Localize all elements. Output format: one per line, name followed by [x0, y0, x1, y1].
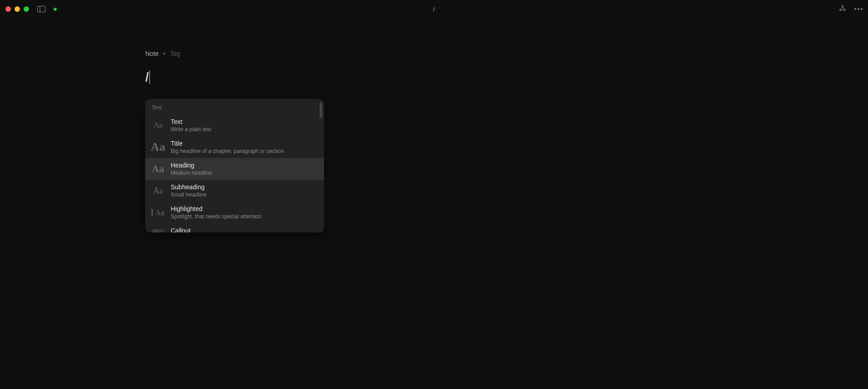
- slash-item-title[interactable]: AaTitleBig headline of a chapter, paragr…: [145, 136, 324, 158]
- slash-item-title: Subheading: [171, 183, 207, 191]
- text-style-icon: Aa: [152, 228, 164, 232]
- slash-menu-scroll[interactable]: Text AaTextWrite a plain textAaTitleBig …: [145, 99, 324, 232]
- slash-command-menu: Text AaTextWrite a plain textAaTitleBig …: [145, 99, 324, 232]
- note-title-text: /: [145, 70, 149, 84]
- svg-point-2: [842, 5, 843, 7]
- dot-icon: [858, 8, 859, 10]
- window-minimize-button[interactable]: [15, 6, 20, 12]
- window-close-button[interactable]: [5, 6, 11, 12]
- slash-item-text: CalloutBordered text with icon: [171, 227, 226, 232]
- breadcrumb: Note • Tag: [145, 50, 868, 57]
- dot-icon: [854, 8, 856, 10]
- svg-point-4: [844, 10, 846, 11]
- slash-item-description: Medium headline: [171, 170, 212, 176]
- text-style-icon: Aa: [152, 184, 164, 197]
- slash-item-description: Spotlight, that needs special attention: [171, 213, 261, 220]
- text-style-icon: Aa: [152, 119, 164, 132]
- slash-item-text[interactable]: AaTextWrite a plain text: [145, 114, 324, 136]
- slash-item-title: Highlighted: [171, 205, 261, 212]
- text-cursor: [149, 70, 150, 84]
- graph-view-button[interactable]: [839, 5, 846, 14]
- slash-item-description: Write a plain text: [171, 126, 211, 133]
- sync-status-indicator: [54, 8, 57, 11]
- editor-content: Note • Tag / Text AaTextWrite a plain te…: [0, 18, 868, 84]
- title-bar: /: [0, 0, 868, 18]
- graph-icon: [839, 5, 846, 12]
- slash-section-label: Text: [145, 99, 324, 114]
- slash-item-heading[interactable]: AaHeadingMedium headline: [145, 158, 324, 180]
- slash-item-text: TextWrite a plain text: [171, 118, 211, 133]
- slash-item-description: Small headline: [171, 192, 207, 198]
- window-maximize-button[interactable]: [24, 6, 29, 12]
- note-title-input[interactable]: /: [145, 70, 868, 84]
- svg-rect-0: [38, 6, 45, 12]
- sidebar-toggle-button[interactable]: [37, 6, 45, 12]
- sidebar-icon: [37, 6, 45, 12]
- svg-line-6: [843, 7, 844, 10]
- slash-item-title: Text: [171, 118, 211, 125]
- window-title: /: [433, 6, 435, 13]
- window-controls: [5, 6, 29, 12]
- dot-icon: [861, 8, 863, 10]
- svg-line-5: [841, 7, 843, 10]
- slash-item-title: Title: [171, 140, 284, 147]
- slash-item-text: TitleBig headline of a chapter, paragrap…: [171, 140, 284, 154]
- breadcrumb-tag-placeholder[interactable]: Tag: [170, 50, 180, 57]
- slash-item-subheading[interactable]: AaSubheadingSmall headline: [145, 180, 324, 202]
- text-style-icon: Aa: [152, 162, 164, 175]
- slash-item-text: SubheadingSmall headline: [171, 183, 207, 198]
- slash-item-description: Big headline of a chapter, paragraph or …: [171, 148, 284, 154]
- slash-item-text: HeadingMedium headline: [171, 162, 212, 176]
- scrollbar-thumb[interactable]: [320, 103, 322, 118]
- breadcrumb-separator: •: [163, 50, 166, 57]
- slash-item-highlighted[interactable]: AaHighlightedSpotlight, that needs speci…: [145, 202, 324, 223]
- title-bar-right: [839, 5, 863, 14]
- slash-item-callout[interactable]: AaCalloutBordered text with icon: [145, 223, 324, 232]
- slash-item-title: Callout: [171, 227, 226, 232]
- text-style-icon: Aa: [152, 206, 164, 219]
- slash-item-title: Heading: [171, 162, 212, 169]
- svg-point-3: [840, 10, 841, 11]
- breadcrumb-note-label[interactable]: Note: [145, 50, 159, 57]
- slash-item-text: HighlightedSpotlight, that needs special…: [171, 205, 261, 220]
- more-options-button[interactable]: [854, 8, 863, 10]
- text-style-icon: Aa: [152, 141, 164, 153]
